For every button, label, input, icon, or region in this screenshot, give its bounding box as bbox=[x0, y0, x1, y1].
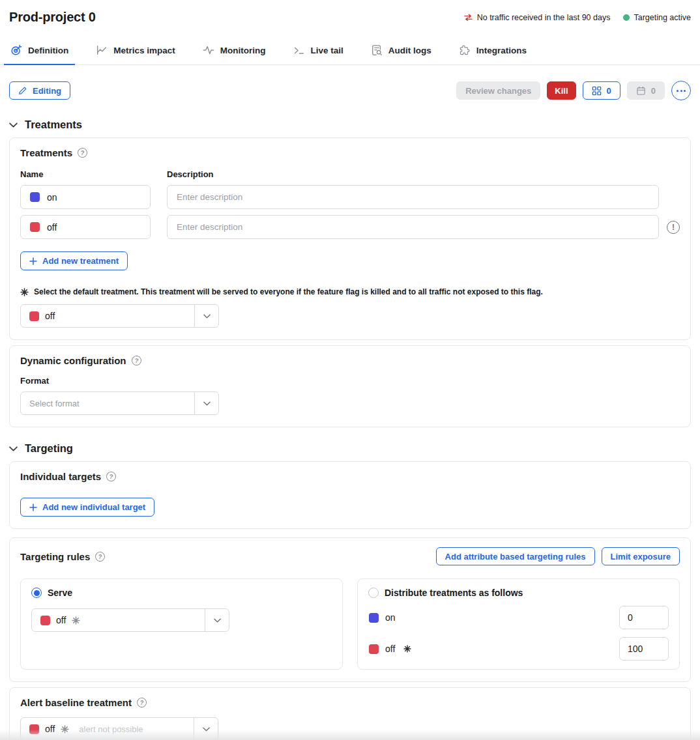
tab-label: Definition bbox=[28, 46, 68, 55]
treatment-name-input[interactable]: off bbox=[20, 215, 151, 239]
treatments-heading-label: Treatments bbox=[25, 119, 82, 131]
name-column-header: Name bbox=[20, 169, 167, 179]
treatment-color-swatch bbox=[30, 192, 40, 202]
distribute-treatment-name: on bbox=[385, 612, 396, 623]
help-icon[interactable]: ? bbox=[136, 697, 147, 708]
traffic-status: No traffic received in the last 90 days bbox=[463, 13, 611, 22]
toolbar: Editing Review changes Kill 0 bbox=[9, 81, 691, 100]
chevron-down-icon bbox=[194, 392, 218, 414]
format-select[interactable]: Select format bbox=[20, 391, 219, 415]
alert-baseline-hint: alert not possible bbox=[79, 724, 143, 734]
alert-baseline-value: off bbox=[45, 724, 55, 734]
tab-label: Monitoring bbox=[220, 46, 266, 55]
limit-exposure-button[interactable]: Limit exposure bbox=[602, 547, 680, 565]
distribute-treatment-name: off bbox=[385, 644, 395, 654]
editing-label: Editing bbox=[33, 86, 61, 96]
green-dot-icon bbox=[623, 14, 630, 21]
add-individual-target-button[interactable]: Add new individual target bbox=[20, 498, 154, 517]
tab-integrations[interactable]: Integrations bbox=[458, 40, 528, 64]
add-new-treatment-button[interactable]: Add new treatment bbox=[20, 251, 128, 270]
treatment-name-input[interactable]: on bbox=[20, 185, 151, 209]
tab-label: Integrations bbox=[476, 46, 527, 55]
tab-definition[interactable]: Definition bbox=[9, 40, 70, 64]
default-note-text: Select the default treatment. This treat… bbox=[34, 287, 543, 296]
help-icon[interactable]: ? bbox=[77, 147, 88, 158]
tab-label: Live tail bbox=[311, 46, 343, 55]
schedule-count-button[interactable]: 0 bbox=[627, 81, 665, 100]
help-icon[interactable]: ? bbox=[131, 355, 142, 366]
serve-radio[interactable] bbox=[31, 588, 42, 598]
treatment-row: off ! bbox=[20, 215, 680, 239]
chevron-down-icon bbox=[205, 609, 229, 631]
alert-baseline-select[interactable]: off alert not possible bbox=[20, 717, 218, 740]
targeting-status-label: Targeting active bbox=[634, 13, 691, 22]
add-attribute-rules-button[interactable]: Add attribute based targeting rules bbox=[436, 547, 595, 565]
distribute-radio-row[interactable]: Distribute treatments as follows bbox=[368, 588, 669, 598]
calendar-count: 0 bbox=[651, 86, 656, 96]
terminal-icon bbox=[293, 44, 305, 56]
treatments-card-title: Treatments ? bbox=[20, 147, 680, 158]
treatment-color-swatch bbox=[369, 644, 379, 654]
targeting-rules-header: Targeting rules ? Add attribute based ta… bbox=[20, 547, 680, 565]
treatment-row: on bbox=[20, 185, 680, 209]
distribute-row: off bbox=[368, 637, 669, 661]
column-headers: Name Description bbox=[20, 169, 680, 179]
distribute-panel: Distribute treatments as follows on off bbox=[357, 578, 680, 670]
distribute-percent-input[interactable] bbox=[619, 606, 669, 629]
add-new-treatment-label: Add new treatment bbox=[42, 256, 119, 266]
target-icon bbox=[10, 44, 22, 56]
asterisk-icon bbox=[61, 725, 69, 733]
treatments-card: Treatments ? Name Description on off ! bbox=[9, 137, 691, 340]
tab-bar: Definition Metrics impact Monitoring bbox=[0, 40, 700, 65]
plus-icon bbox=[29, 504, 37, 511]
targeting-section-heading[interactable]: Targeting bbox=[9, 442, 691, 455]
treatment-color-swatch bbox=[29, 311, 39, 321]
editing-button[interactable]: Editing bbox=[9, 81, 70, 100]
tab-label: Metrics impact bbox=[113, 46, 175, 55]
default-treatment-select[interactable]: off bbox=[20, 304, 219, 328]
treatment-description-input[interactable] bbox=[167, 185, 659, 209]
format-placeholder: Select format bbox=[29, 399, 80, 408]
help-icon[interactable]: ? bbox=[95, 551, 106, 562]
kill-label: Kill bbox=[555, 86, 568, 96]
serve-treatment-select[interactable]: off bbox=[31, 608, 229, 632]
more-options-button[interactable] bbox=[671, 81, 691, 100]
distribute-label: Distribute treatments as follows bbox=[385, 588, 523, 598]
tab-metrics-impact[interactable]: Metrics impact bbox=[95, 40, 177, 64]
serve-treatment-value: off bbox=[56, 615, 66, 625]
puzzle-icon bbox=[459, 44, 471, 56]
serve-panel: Serve off bbox=[20, 578, 343, 670]
warning-icon: ! bbox=[667, 221, 680, 234]
individual-targets-title: Individual targets ? bbox=[20, 471, 680, 482]
targeting-rules-card: Targeting rules ? Add attribute based ta… bbox=[9, 537, 691, 682]
feature-flag-definition-page: Prod-project 0 No traffic received in th… bbox=[0, 0, 700, 740]
serve-radio-row[interactable]: Serve bbox=[31, 588, 332, 598]
grid-icon bbox=[592, 86, 602, 96]
environments-count-button[interactable]: 0 bbox=[583, 81, 620, 100]
alert-baseline-title: Alert baseline treatment ? bbox=[20, 697, 680, 708]
treatments-section-heading[interactable]: Treatments bbox=[9, 119, 691, 131]
targeting-heading-label: Targeting bbox=[25, 442, 73, 455]
treatment-color-swatch bbox=[40, 616, 50, 625]
review-changes-label: Review changes bbox=[465, 86, 531, 96]
plus-icon bbox=[29, 257, 37, 265]
tab-audit-logs[interactable]: Audit logs bbox=[370, 40, 433, 64]
ellipsis-icon bbox=[677, 90, 678, 92]
tab-live-tail[interactable]: Live tail bbox=[292, 40, 345, 64]
distribute-radio[interactable] bbox=[368, 588, 379, 598]
treatment-description-input[interactable] bbox=[167, 215, 659, 239]
add-individual-target-label: Add new individual target bbox=[42, 502, 145, 512]
asterisk-icon bbox=[403, 645, 411, 653]
review-changes-button[interactable]: Review changes bbox=[456, 81, 540, 100]
kill-button[interactable]: Kill bbox=[547, 81, 576, 100]
distribute-percent-input[interactable] bbox=[619, 637, 669, 661]
description-column-header: Description bbox=[167, 169, 214, 179]
tab-monitoring[interactable]: Monitoring bbox=[201, 40, 267, 64]
swap-arrows-icon bbox=[463, 14, 473, 21]
asterisk-icon bbox=[20, 288, 29, 296]
chart-icon bbox=[96, 44, 108, 56]
format-label: Format bbox=[20, 376, 680, 386]
calendar-icon bbox=[636, 86, 646, 96]
help-icon[interactable]: ? bbox=[106, 471, 117, 482]
tab-label: Audit logs bbox=[388, 46, 431, 55]
